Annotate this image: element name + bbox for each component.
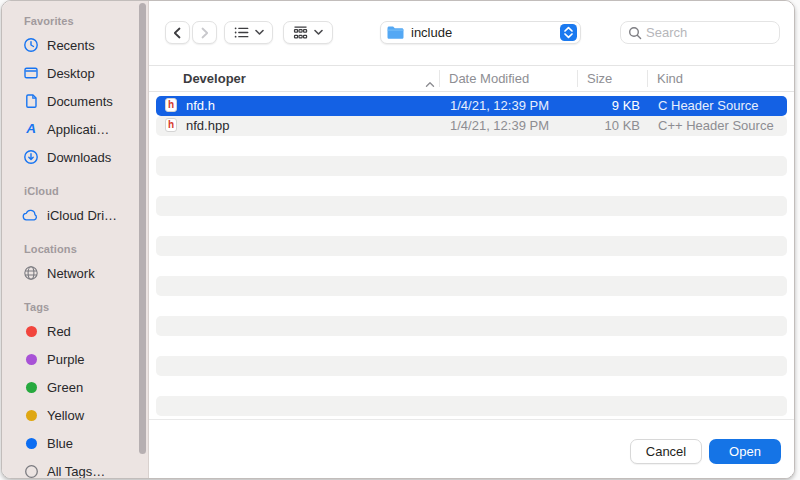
sidebar-item-yellow[interactable]: Yellow bbox=[2, 401, 148, 429]
column-header-kind[interactable]: Kind bbox=[657, 66, 683, 91]
tag-dot bbox=[22, 407, 40, 424]
forward-button[interactable] bbox=[192, 21, 217, 44]
column-divider bbox=[647, 70, 648, 87]
sidebar-item-label: Recents bbox=[47, 38, 95, 53]
sidebar-item-blue[interactable]: Blue bbox=[2, 429, 148, 457]
tag-dot bbox=[22, 435, 40, 452]
empty-row bbox=[156, 236, 787, 256]
file-size: 10 KB bbox=[578, 116, 640, 136]
empty-row bbox=[156, 356, 787, 376]
search-input[interactable] bbox=[646, 25, 764, 40]
file-kind: C++ Header Source bbox=[658, 116, 774, 136]
column-header-date-modified[interactable]: Date Modified bbox=[449, 66, 529, 91]
file-size: 9 KB bbox=[578, 96, 640, 116]
file-row[interactable]: hnfd.hpp1/4/21, 12:39 PM10 KBC++ Header … bbox=[156, 116, 787, 136]
sidebar-section-label: Tags bbox=[24, 301, 148, 313]
column-divider bbox=[439, 70, 440, 87]
sidebar-section: FavoritesRecentsDesktopDocumentsAApplica… bbox=[2, 15, 148, 171]
column-divider bbox=[577, 70, 578, 87]
sidebar-section: iCloudiCloud Dri… bbox=[2, 185, 148, 229]
sidebar-item-desktop[interactable]: Desktop bbox=[2, 59, 148, 87]
open-button[interactable]: Open bbox=[709, 439, 781, 464]
sidebar-section-label: Favorites bbox=[24, 15, 148, 27]
empty-row bbox=[156, 196, 787, 216]
empty-row bbox=[156, 176, 787, 196]
sidebar-item-documents[interactable]: Documents bbox=[2, 87, 148, 115]
sidebar-section-label: Locations bbox=[24, 243, 148, 255]
file-date-modified: 1/4/21, 12:39 PM bbox=[450, 116, 549, 136]
sidebar-item-label: Documents bbox=[47, 94, 113, 109]
tag-dot bbox=[26, 410, 37, 421]
sidebar-item-icloud-dri[interactable]: iCloud Dri… bbox=[2, 201, 148, 229]
location-dropdown-value: include bbox=[411, 25, 560, 40]
tag-dot bbox=[26, 326, 37, 337]
empty-row bbox=[156, 316, 787, 336]
sidebar-section: TagsRedPurpleGreenYellowBlueAll Tags… bbox=[2, 301, 148, 478]
location-dropdown[interactable]: include bbox=[380, 21, 581, 44]
sidebar-section: LocationsNetwork bbox=[2, 243, 148, 287]
sidebar-item-network[interactable]: Network bbox=[2, 259, 148, 287]
column-header-name[interactable]: Developer bbox=[183, 66, 246, 91]
file-type-icon: h bbox=[165, 118, 177, 132]
sidebar-item-red[interactable]: Red bbox=[2, 317, 148, 345]
column-header-row: Developer Date Modified Size Kind bbox=[149, 65, 794, 92]
sidebar-scrollbar[interactable] bbox=[139, 3, 146, 454]
applications-icon: A bbox=[22, 121, 40, 138]
sidebar-item-label: Red bbox=[47, 324, 71, 339]
cloud-icon bbox=[22, 207, 40, 224]
sidebar-item-applicati[interactable]: AApplicati… bbox=[2, 115, 148, 143]
file-name: nfd.h bbox=[186, 96, 215, 116]
file-list: hnfd.h1/4/21, 12:39 PM9 KBC Header Sourc… bbox=[156, 96, 787, 416]
sidebar-item-label: Network bbox=[47, 266, 95, 281]
empty-row bbox=[156, 376, 787, 396]
back-button[interactable] bbox=[165, 21, 190, 44]
all-tags-icon bbox=[22, 463, 40, 479]
sidebar-item-label: Green bbox=[47, 380, 83, 395]
search-field[interactable] bbox=[620, 21, 780, 44]
sidebar-item-label: Applicati… bbox=[47, 122, 109, 137]
sidebar-section-label: iCloud bbox=[24, 185, 148, 197]
sidebar-item-label: Desktop bbox=[47, 66, 95, 81]
empty-row bbox=[156, 156, 787, 176]
group-view-icon bbox=[293, 26, 308, 40]
tag-dot bbox=[22, 323, 40, 340]
empty-row bbox=[156, 256, 787, 276]
group-view-button[interactable] bbox=[283, 21, 333, 44]
empty-row bbox=[156, 136, 787, 156]
tag-dot bbox=[26, 382, 37, 393]
chevron-right-icon bbox=[198, 26, 211, 40]
sidebar: FavoritesRecentsDesktopDocumentsAApplica… bbox=[2, 1, 149, 478]
sidebar-item-downloads[interactable]: Downloads bbox=[2, 143, 148, 171]
sidebar-item-purple[interactable]: Purple bbox=[2, 345, 148, 373]
empty-row bbox=[156, 216, 787, 236]
sidebar-item-green[interactable]: Green bbox=[2, 373, 148, 401]
sidebar-item-label: Downloads bbox=[47, 150, 111, 165]
sidebar-item-label: Blue bbox=[47, 436, 73, 451]
empty-row bbox=[156, 396, 787, 416]
file-name: nfd.hpp bbox=[186, 116, 229, 136]
list-view-icon bbox=[234, 26, 249, 39]
tag-dot bbox=[26, 354, 37, 365]
file-row[interactable]: hnfd.h1/4/21, 12:39 PM9 KBC Header Sourc… bbox=[156, 96, 787, 116]
sidebar-item-all-tags[interactable]: All Tags… bbox=[2, 457, 148, 478]
file-kind: C Header Source bbox=[658, 96, 758, 116]
desktop-icon bbox=[22, 65, 40, 82]
column-header-size[interactable]: Size bbox=[587, 66, 612, 91]
chevron-down-icon bbox=[314, 29, 323, 36]
dialog-footer: Cancel Open bbox=[149, 419, 794, 478]
file-type-icon: h bbox=[165, 98, 177, 112]
sidebar-item-label: All Tags… bbox=[47, 464, 105, 479]
empty-row bbox=[156, 296, 787, 316]
open-file-dialog: FavoritesRecentsDesktopDocumentsAApplica… bbox=[1, 0, 795, 479]
svg-text:A: A bbox=[25, 121, 36, 136]
stepper-icon bbox=[560, 24, 577, 41]
clock-icon bbox=[22, 37, 40, 54]
file-date-modified: 1/4/21, 12:39 PM bbox=[450, 96, 549, 116]
main-pane: include Developer Date Modified Size Kin… bbox=[149, 1, 794, 478]
cancel-button[interactable]: Cancel bbox=[630, 439, 702, 464]
folder-icon bbox=[386, 25, 405, 40]
chevron-left-icon bbox=[171, 26, 184, 40]
list-view-button[interactable] bbox=[224, 21, 273, 44]
sidebar-item-recents[interactable]: Recents bbox=[2, 31, 148, 59]
sidebar-item-label: Yellow bbox=[47, 408, 84, 423]
